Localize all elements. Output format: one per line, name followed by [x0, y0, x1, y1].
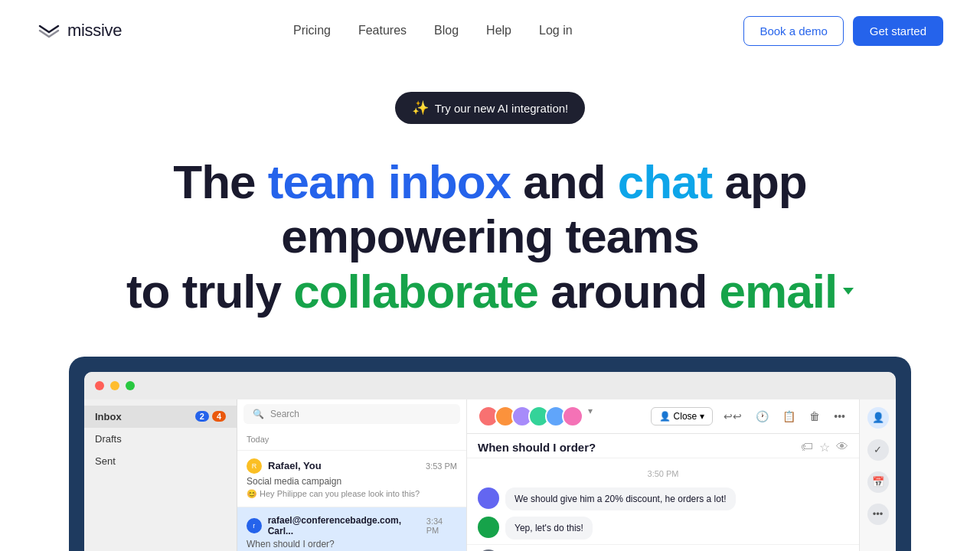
email-sender-1: Rafael, You [268, 460, 322, 471]
nav-login[interactable]: Log in [539, 24, 573, 37]
reply-all-button[interactable]: ↩↩ [720, 407, 745, 425]
avatar-rafael: R [247, 458, 262, 474]
nav-pricing[interactable]: Pricing [293, 24, 331, 37]
badge-inbox-unread: 2 [195, 411, 209, 422]
heading-highlight-email: email [720, 264, 838, 318]
time-divider: 3:50 PM [478, 469, 848, 478]
subject-text: When should I order? [478, 441, 596, 454]
email-item-1[interactable]: R Rafael, You 3:53 PM Social media campa… [237, 451, 466, 507]
rp-dots-icon[interactable]: ••• [867, 504, 889, 525]
conversation-actions: 👤 Close ▾ ↩↩ 🕐 📋 🗑 ••• [651, 407, 848, 425]
nav-actions: Book a demo Get started [743, 16, 943, 46]
right-panel: 👤 ✓ 📅 ••• [859, 399, 896, 551]
today-label: Today [247, 435, 269, 444]
logo-text: missive [67, 21, 122, 41]
email-item-2[interactable]: r rafael@conferencebadge.com, Carl... 3:… [237, 507, 466, 551]
sparkle-icon: ✨ [412, 99, 429, 116]
conversation-messages: 3:50 PM We should give him a 20% discoun… [467, 458, 859, 544]
email-preview-1: 😊 Hey Philippe can you please look into … [247, 489, 457, 499]
app-preview: Inbox 2 4 Drafts Sent 🔍 Search [69, 357, 911, 551]
search-placeholder: Search [270, 409, 299, 419]
avatar-6 [562, 406, 583, 427]
heading-text-2: and [511, 155, 618, 208]
search-icon: 🔍 [253, 409, 264, 419]
message-bubble-1: We should give him a 20% discount, he or… [505, 487, 736, 510]
email-detail-row: rafael@conferencebadge.com Carlos Ramire… [467, 544, 859, 551]
rp-check-icon[interactable]: ✓ [867, 439, 889, 461]
traffic-light-close[interactable] [95, 381, 104, 390]
avatar-dropdown-icon[interactable]: ▾ [588, 406, 593, 427]
email-subject-2: When should I order? [247, 539, 457, 549]
conversation-avatars: ▾ [478, 406, 593, 427]
nav-features[interactable]: Features [358, 24, 407, 37]
traffic-light-minimize[interactable] [110, 381, 119, 390]
nav-help[interactable]: Help [486, 24, 511, 37]
logo[interactable]: missive [37, 18, 122, 43]
avatar-rafael-conf: r [247, 518, 262, 533]
email-list-header: Today [237, 429, 466, 451]
hero-section: ✨ Try our new AI integration! The team i… [0, 61, 980, 318]
more-button[interactable]: ••• [831, 407, 848, 425]
email-item-1-header: R Rafael, You 3:53 PM [247, 458, 457, 474]
close-chevron-icon: ▾ [700, 411, 704, 422]
message-1: We should give him a 20% discount, he or… [478, 487, 848, 510]
heading-highlight-team-inbox: team inbox [268, 155, 511, 208]
sidebar: Inbox 2 4 Drafts Sent [84, 399, 237, 551]
eye-icon[interactable]: 👁 [836, 440, 848, 455]
nav-links: Pricing Features Blog Help Log in [293, 24, 573, 37]
window-titlebar [84, 372, 896, 399]
email-item-2-header: r rafael@conferencebadge.com, Carl... 3:… [247, 515, 457, 536]
msg-avatar-2 [478, 517, 499, 538]
person-icon: 👤 [659, 411, 671, 422]
trash-button[interactable]: 🗑 [806, 407, 823, 425]
sidebar-badges-inbox: 2 4 [195, 411, 226, 422]
ai-banner[interactable]: ✨ Try our new AI integration! [395, 92, 586, 124]
sidebar-item-inbox[interactable]: Inbox 2 4 [84, 406, 237, 428]
sidebar-item-sent[interactable]: Sent [84, 450, 237, 472]
clock-button[interactable]: 🕐 [753, 407, 772, 425]
conversation-panel: ▾ 👤 Close ▾ ↩↩ 🕐 📋 🗑 ••• [467, 399, 859, 551]
label-icon[interactable]: 🏷 [801, 440, 813, 455]
sidebar-label-drafts: Drafts [95, 433, 122, 445]
archive-button[interactable]: 📋 [779, 407, 799, 425]
app-window: Inbox 2 4 Drafts Sent 🔍 Search [84, 372, 896, 551]
get-started-button[interactable]: Get started [853, 16, 943, 46]
close-label: Close [674, 411, 697, 422]
heading-highlight-collaborate: collaborate [293, 265, 538, 318]
email-sender-2: rafael@conferencebadge.com, Carl... [268, 515, 426, 536]
conversation-subject: When should I order? 🏷 ☆ 👁 [467, 434, 859, 458]
star-icon[interactable]: ☆ [819, 440, 830, 455]
close-button[interactable]: 👤 Close ▾ [651, 407, 714, 425]
rp-calendar-icon[interactable]: 📅 [867, 471, 889, 493]
conversation-toolbar: ▾ 👤 Close ▾ ↩↩ 🕐 📋 🗑 ••• [467, 399, 859, 434]
message-bubble-2: Yep, let's do this! [505, 517, 593, 540]
search-bar[interactable]: 🔍 Search [243, 404, 460, 424]
sidebar-item-drafts[interactable]: Drafts [84, 428, 237, 450]
navbar: missive Pricing Features Blog Help Log i… [0, 0, 980, 61]
message-2: Yep, let's do this! [478, 517, 848, 540]
ai-banner-text: Try our new AI integration! [435, 102, 569, 115]
email-subject-1: Social media campaign [247, 476, 457, 487]
hero-heading: The team inbox and chat app empowering t… [84, 155, 896, 318]
email-time-1: 3:53 PM [426, 461, 457, 471]
heading-text-4: to truly [126, 265, 293, 318]
sidebar-label-inbox: Inbox [95, 411, 122, 422]
email-dropdown[interactable]: email [720, 264, 854, 318]
rp-person-icon[interactable]: 👤 [867, 407, 889, 429]
chevron-down-icon [843, 288, 854, 295]
nav-blog[interactable]: Blog [434, 24, 459, 37]
sidebar-label-sent: Sent [95, 455, 116, 467]
subject-icons: 🏷 ☆ 👁 [801, 440, 848, 455]
heading-highlight-chat: chat [618, 155, 712, 208]
app-body: Inbox 2 4 Drafts Sent 🔍 Search [84, 399, 896, 551]
msg-avatar-1 [478, 487, 499, 509]
heading-text-5: around [538, 265, 720, 318]
heading-text-1: The [173, 155, 267, 208]
traffic-light-fullscreen[interactable] [126, 381, 135, 390]
email-list: 🔍 Search Today R Rafael, You 3:53 PM [237, 399, 467, 551]
email-time-2: 3:34 PM [426, 517, 457, 535]
book-demo-button[interactable]: Book a demo [743, 16, 843, 46]
badge-inbox-count: 4 [212, 411, 226, 422]
